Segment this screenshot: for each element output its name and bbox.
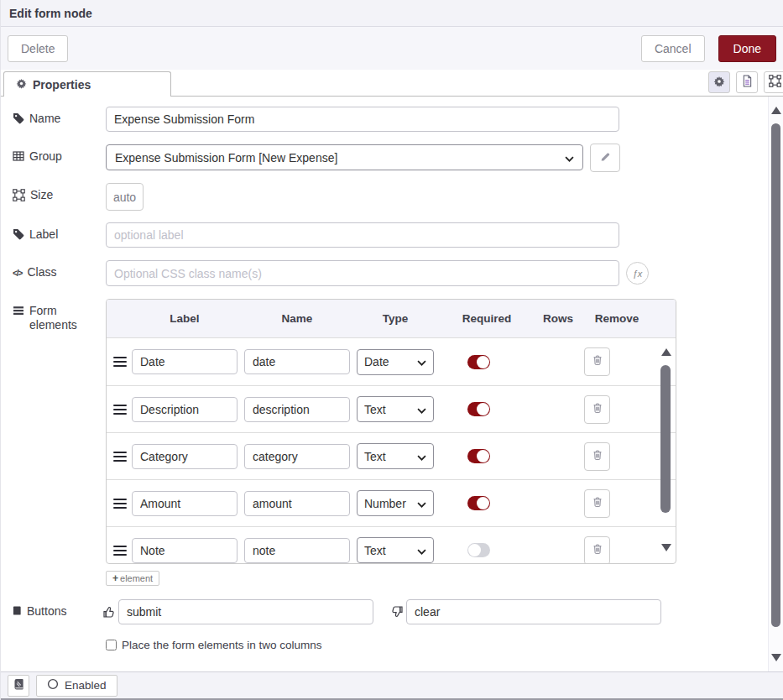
done-button[interactable]: Done — [718, 35, 776, 62]
submit-button-input[interactable] — [118, 599, 373, 624]
enabled-toggle-button[interactable]: Enabled — [36, 675, 117, 697]
code-icon: </> — [13, 265, 22, 280]
square-icon — [13, 604, 22, 616]
scroll-down-arrow[interactable] — [661, 544, 671, 551]
buttons-label: Buttons — [27, 604, 66, 619]
node-description-button[interactable] — [736, 71, 758, 93]
scroll-up-arrow[interactable] — [771, 107, 781, 114]
two-columns-checkbox[interactable] — [106, 640, 117, 650]
clear-button-input[interactable] — [406, 599, 661, 624]
element-type-select[interactable]: Date — [357, 349, 434, 375]
remove-element-button[interactable] — [584, 442, 610, 471]
dialog-titlebar: Edit form node — [1, 0, 783, 27]
group-label-group: Group — [13, 144, 106, 164]
tab-bar: Properties — [1, 70, 783, 97]
remove-element-button[interactable] — [584, 536, 610, 564]
name-label-group: Name — [13, 107, 106, 126]
thumbs-down-icon — [390, 605, 404, 622]
element-label-input[interactable] — [132, 397, 238, 422]
dialog-title: Edit form node — [9, 7, 92, 20]
form-elements-widget: Label Name Type Required Rows Remove Dat — [106, 299, 676, 586]
node-help-button[interactable] — [8, 675, 29, 697]
element-name-input[interactable] — [244, 349, 350, 374]
header-remove: Remove — [592, 312, 642, 325]
chevron-down-icon — [417, 450, 426, 463]
delete-button[interactable]: Delete — [8, 35, 68, 62]
fx-expression-button[interactable]: ƒx — [626, 262, 649, 285]
form-elements-row: Form elements Label Name Type Required R… — [13, 299, 783, 586]
edit-group-button[interactable] — [590, 144, 620, 172]
label-row: Label — [13, 222, 783, 248]
element-type-value: Date — [364, 355, 417, 368]
element-name-input[interactable] — [244, 538, 350, 563]
scrollbar-thumb[interactable] — [660, 365, 671, 513]
scroll-up-arrow[interactable] — [661, 348, 671, 356]
header-required: Required — [451, 312, 523, 325]
size-row: Size auto — [13, 183, 783, 211]
required-toggle[interactable] — [467, 355, 490, 369]
table-grid-icon — [13, 149, 24, 162]
remove-element-button[interactable] — [584, 395, 610, 424]
scrollbar-thumb[interactable] — [771, 123, 780, 627]
group-row: Group Expense Submission Form [New Expen… — [13, 144, 783, 172]
name-input[interactable] — [106, 107, 619, 132]
drag-handle-icon[interactable] — [113, 499, 127, 509]
book-icon — [13, 678, 24, 693]
element-name-input[interactable] — [244, 491, 350, 516]
trash-icon — [592, 354, 603, 369]
drag-handle-icon[interactable] — [113, 357, 127, 367]
pencil-icon — [599, 151, 611, 165]
buttons-row: Buttons — [13, 599, 783, 624]
element-type-select[interactable]: Text — [357, 396, 434, 422]
tab-properties[interactable]: Properties — [3, 71, 171, 97]
gear-icon — [713, 76, 725, 90]
node-properties-button[interactable] — [708, 71, 730, 93]
trash-icon — [592, 496, 603, 511]
element-type-value: Text — [364, 544, 417, 557]
element-label-input[interactable] — [132, 444, 238, 469]
label-input[interactable] — [106, 222, 619, 248]
scroll-down-arrow[interactable] — [771, 654, 781, 661]
two-columns-label: Place the form elements in two columns — [122, 639, 322, 651]
chevron-down-icon — [565, 151, 574, 165]
elements-table: Label Name Type Required Rows Remove Dat — [106, 299, 676, 564]
elements-table-header: Label Name Type Required Rows Remove — [107, 300, 676, 338]
dialog-footer: Enabled — [1, 671, 783, 700]
class-row: </> Class ƒx — [13, 260, 783, 286]
size-label-group: Size — [13, 183, 106, 202]
node-appearance-button[interactable] — [764, 71, 783, 93]
header-type: Type — [357, 312, 434, 325]
buttons-label-group: Buttons — [13, 599, 106, 619]
element-type-select[interactable]: Number — [357, 490, 434, 516]
drag-handle-icon[interactable] — [113, 405, 127, 415]
header-rows: Rows — [531, 312, 585, 325]
drag-handle-icon[interactable] — [113, 452, 127, 462]
trash-icon — [592, 402, 603, 417]
required-toggle[interactable] — [467, 402, 490, 416]
element-label-input[interactable] — [132, 538, 238, 563]
remove-element-button[interactable] — [584, 489, 610, 518]
required-toggle[interactable] — [467, 496, 490, 510]
element-label-input[interactable] — [132, 349, 238, 374]
element-label-input[interactable] — [132, 491, 238, 516]
tag-icon — [13, 227, 24, 240]
element-type-select[interactable]: Text — [357, 443, 434, 469]
size-button[interactable]: auto — [106, 183, 144, 211]
group-select[interactable]: Expense Submission Form [New Expense] — [106, 144, 583, 170]
element-name-input[interactable] — [244, 444, 350, 469]
document-icon — [742, 75, 753, 90]
remove-element-button[interactable] — [584, 347, 610, 376]
class-input[interactable] — [106, 260, 619, 286]
required-toggle[interactable] — [467, 543, 490, 557]
drag-handle-icon[interactable] — [113, 546, 127, 556]
element-type-select[interactable]: Text — [357, 537, 434, 563]
required-toggle[interactable] — [467, 449, 490, 463]
element-row: Date — [107, 338, 676, 385]
cancel-button[interactable]: Cancel — [641, 35, 705, 62]
size-label: Size — [30, 188, 53, 202]
add-element-button[interactable]: +element — [106, 571, 159, 586]
element-row: Number — [107, 479, 676, 526]
two-columns-row: Place the form elements in two columns — [106, 639, 783, 651]
element-row: Text — [107, 526, 676, 563]
element-name-input[interactable] — [244, 397, 350, 422]
